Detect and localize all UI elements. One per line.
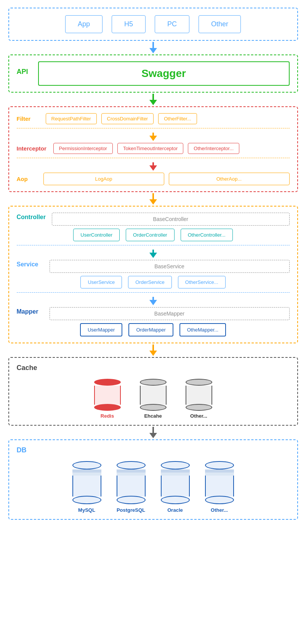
user-service: UserService (80, 276, 122, 288)
interceptor-item-0: PermissionInterceptor (53, 143, 113, 154)
user-mapper: UserMapper (80, 323, 123, 336)
user-controller: UserController (73, 229, 120, 241)
interceptor-item-2: OtherInterceptor... (188, 143, 239, 154)
controller-label: Controller (17, 214, 46, 221)
cache-redis: Redis (90, 379, 125, 419)
postgresql-label: PostgreSQL (117, 507, 145, 513)
base-controller-box: BaseController (52, 213, 290, 226)
mapper-items: UserMapper OrderMapper OtheMapper... (17, 323, 290, 336)
controller-header: Controller BaseController (17, 213, 290, 226)
aop-boxes: LogAop OtherAop... (43, 173, 290, 185)
db-header: DB (17, 446, 290, 458)
cache-other-label: Other... (190, 413, 207, 419)
api-label: API (17, 68, 32, 76)
other-service: OtherService... (178, 276, 226, 288)
aop-label: Aop (17, 176, 43, 182)
filter-label: Filter (17, 115, 43, 122)
arrow-service-to-mapper (17, 296, 290, 306)
cache-section: Cache Redis Ehcahe Other... (8, 357, 298, 426)
base-mapper-box: BaseMapper (50, 307, 290, 320)
other-mapper: OtheMapper... (179, 323, 226, 336)
arrow-filter-to-controller (8, 192, 298, 206)
client-h5: H5 (112, 15, 146, 33)
db-other-label: Other... (211, 507, 228, 513)
swagger-box: Swagger (38, 61, 290, 86)
cache-ehcahe: Ehcahe (136, 379, 170, 419)
order-controller: OrderController (126, 229, 175, 241)
interceptor-label: Interceptor (17, 145, 51, 152)
cache-other: Other... (182, 379, 216, 419)
cache-header: Cache (17, 364, 290, 376)
clients-section: App H5 PC Other (8, 8, 298, 41)
mysql-label: MySQL (78, 507, 95, 513)
divider-ctrl-svc (17, 245, 290, 245)
interceptor-row: Interceptor PermissionInterceptor TokenT… (17, 143, 290, 154)
order-service: OrderService (128, 276, 172, 288)
architecture-diagram: App H5 PC Other API Swagger Filter Reque… (8, 8, 298, 520)
arrow-cache-to-db (8, 426, 298, 439)
arrow-filter-to-interceptor (17, 132, 290, 141)
cache-label: Cache (17, 364, 37, 372)
service-header: Service BaseService (17, 260, 290, 273)
mapper-header: Mapper BaseMapper (17, 307, 290, 320)
filter-item-2: OtherFilter... (158, 113, 197, 124)
api-section: API Swagger (8, 54, 298, 93)
aop-item-1: OtherAop... (169, 173, 290, 185)
base-service-box: BaseService (50, 260, 290, 273)
db-mysql: MySQL (68, 461, 106, 513)
db-postgresql: PostgreSQL (112, 461, 150, 513)
divider-1 (17, 128, 290, 128)
arrow-clients-to-api (8, 41, 298, 54)
divider-svc-mapper (17, 292, 290, 293)
arrow-interceptor-to-aop (17, 162, 290, 171)
aop-row: Aop LogAop OtherAop... (17, 173, 290, 185)
db-items: MySQL PostgreSQL Oracle (17, 461, 290, 513)
divider-2 (17, 158, 290, 158)
service-items: UserService OrderService OtherService... (17, 276, 290, 288)
controller-items: UserController OrderController OtherCont… (17, 229, 290, 241)
oracle-label: Oracle (167, 507, 183, 513)
filter-item-1: CrossDomainFilter (101, 113, 154, 124)
filter-item-0: RequestPathFilter (46, 113, 97, 124)
order-mapper: OrderMapper (128, 323, 173, 336)
controller-section: Controller BaseController UserController… (8, 206, 298, 343)
db-section: DB MySQL PostgreSQL (8, 439, 298, 520)
db-other: Other... (200, 461, 239, 513)
db-label: DB (17, 446, 27, 454)
arrow-api-to-filter (8, 93, 298, 106)
client-pc: PC (155, 15, 189, 33)
other-controller: OtherController... (181, 229, 233, 241)
arrow-controller-to-cache (8, 343, 298, 357)
service-label: Service (17, 261, 43, 268)
client-other: Other (199, 15, 241, 33)
cache-items: Redis Ehcahe Other... (17, 379, 290, 419)
mapper-label: Mapper (17, 308, 43, 315)
arrow-controller-to-service (17, 249, 290, 258)
interceptor-item-1: TokenTimeoutInterceptor (117, 143, 183, 154)
client-app: App (65, 15, 103, 33)
filter-row: Filter RequestPathFilter CrossDomainFilt… (17, 113, 290, 124)
redis-label: Redis (101, 413, 114, 419)
aop-item-0: LogAop (43, 173, 164, 185)
ehcahe-label: Ehcahe (144, 413, 162, 419)
db-oracle: Oracle (156, 461, 194, 513)
filter-section: Filter RequestPathFilter CrossDomainFilt… (8, 106, 298, 192)
